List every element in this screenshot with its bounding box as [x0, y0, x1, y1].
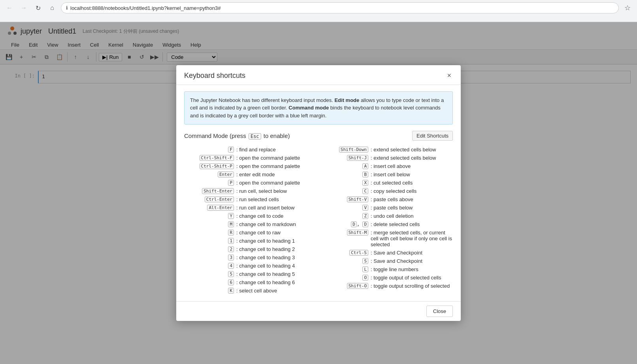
shortcut-desc: : extend selected cells below — [370, 147, 453, 153]
shortcut-item: B: insert cell below — [318, 170, 453, 179]
shortcut-keys: Z — [318, 213, 370, 219]
key-badge: Shift-Down — [339, 147, 368, 153]
shortcut-item: Shift-M: merge selected cells, or curren… — [318, 228, 453, 249]
forward-button[interactable]: → — [18, 2, 29, 13]
back-button[interactable]: ← — [4, 2, 15, 13]
key-separator: , — [357, 221, 362, 227]
shortcut-desc: : run selected cells — [236, 196, 318, 202]
shortcut-item: R: change cell to raw — [184, 228, 318, 237]
section-title-suffix: to enable) — [264, 132, 290, 139]
shortcut-item: Y: change cell to code — [184, 212, 318, 220]
key-badge: Ctrl-Enter — [205, 196, 234, 202]
key-badge: Z — [362, 213, 368, 219]
shortcut-item: Enter: enter edit mode — [184, 170, 318, 179]
shortcuts-right-column: Shift-Down: extend selected cells belowS… — [318, 145, 453, 295]
shortcut-keys: 1 — [184, 238, 236, 244]
shortcut-keys: M — [184, 221, 236, 227]
key-badge: Ctrl-Shift-P — [200, 163, 234, 169]
shortcut-keys: Ctrl-Shift-P — [184, 163, 236, 169]
lock-icon: ℹ — [66, 5, 68, 11]
key-badge: 4 — [228, 263, 234, 269]
modal-close-button[interactable]: × — [445, 72, 453, 80]
key-badge: Y — [228, 213, 234, 219]
url-text: localhost:8888/notebooks/Untitled1.ipynb… — [70, 5, 221, 11]
shortcut-desc: : find and replace — [236, 147, 318, 153]
shortcut-item: 5: change cell to heading 5 — [184, 270, 318, 278]
shortcut-desc: : change cell to raw — [236, 230, 318, 236]
shortcut-item: P: open the command palette — [184, 179, 318, 187]
key-badge: Alt-Enter — [207, 205, 234, 211]
key-badge: Shift-M — [347, 230, 368, 236]
shortcut-keys: Shift-O — [318, 283, 370, 289]
jupyter-background: jupyter Untitled1 Last Checkpoint: 1 分钟前… — [0, 22, 637, 364]
shortcut-desc: : select cell above — [236, 288, 318, 294]
shortcuts-left-column: F: find and replaceCtrl-Shift-F: open th… — [184, 145, 318, 295]
shortcut-item: Shift-V: paste cells above — [318, 195, 453, 204]
bookmark-button[interactable]: ☆ — [622, 2, 633, 13]
shortcut-item: Shift-J: extend selected cells below — [318, 154, 453, 162]
shortcut-item: Z: undo cell deletion — [318, 212, 453, 220]
shortcut-keys: P — [184, 180, 236, 186]
key-badge: M — [228, 221, 234, 227]
shortcut-desc: : extend selected cells below — [370, 155, 453, 161]
esc-key-badge: Esc — [249, 133, 261, 140]
modal-header: Keyboard shortcuts × — [176, 65, 461, 85]
edit-shortcuts-button[interactable]: Edit Shortcuts — [412, 131, 453, 141]
close-button[interactable]: Close — [426, 306, 453, 317]
key-badge: 6 — [228, 279, 234, 285]
info-bold-1: Edit mode — [334, 97, 359, 103]
shortcut-desc: : change cell to code — [236, 213, 318, 219]
shortcut-item: A: insert cell above — [318, 162, 453, 170]
shortcut-keys: 4 — [184, 263, 236, 269]
key-badge: Enter — [218, 172, 234, 177]
shortcut-desc: : Save and Checkpoint — [370, 258, 453, 264]
info-text-1: The Jupyter Notebook has two different k… — [190, 97, 334, 103]
shortcut-desc: : change cell to heading 2 — [236, 246, 318, 252]
shortcut-item: C: copy selected cells — [318, 187, 453, 195]
section-title: Command Mode (press Esc to enable) — [184, 132, 290, 140]
reload-button[interactable]: ↻ — [32, 2, 43, 13]
key-badge: Ctrl-Shift-F — [200, 155, 234, 161]
key-badge: O — [362, 275, 368, 281]
address-bar[interactable]: ℹ localhost:8888/notebooks/Untitled1.ipy… — [61, 2, 619, 13]
shortcut-item: Shift-Enter: run cell, select below — [184, 187, 318, 195]
modal-body[interactable]: The Jupyter Notebook has two different k… — [176, 85, 461, 302]
shortcut-keys: Ctrl-Shift-F — [184, 155, 236, 161]
shortcut-desc: : insert cell below — [370, 172, 453, 177]
key-badge: Shift-Enter — [202, 188, 234, 194]
shortcut-keys: Enter — [184, 172, 236, 177]
shortcut-keys: Ctrl-S — [318, 250, 370, 256]
shortcut-item: S: Save and Checkpoint — [318, 257, 453, 265]
shortcut-item: Shift-O: toggle output scrolling of sele… — [318, 282, 453, 290]
key-badge: 2 — [228, 246, 234, 252]
shortcut-item: X: cut selected cells — [318, 179, 453, 187]
shortcut-keys: Shift-V — [318, 196, 370, 202]
key-badge: C — [362, 188, 368, 194]
shortcut-keys: Shift-Down — [318, 147, 370, 153]
info-box: The Jupyter Notebook has two different k… — [184, 91, 453, 125]
shortcut-desc: : change cell to markdown — [236, 221, 318, 227]
shortcut-desc: : change cell to heading 1 — [236, 238, 318, 244]
shortcut-keys: R — [184, 230, 236, 236]
shortcut-keys: 3 — [184, 255, 236, 260]
key-badge: K — [228, 288, 234, 294]
shortcut-item: Ctrl-S: Save and Checkpoint — [318, 249, 453, 257]
modal-title: Keyboard shortcuts — [184, 72, 245, 80]
shortcut-desc: : run cell and insert below — [236, 205, 318, 211]
key-badge: 1 — [228, 238, 234, 244]
shortcut-desc: : open the command palette — [236, 155, 318, 161]
home-button[interactable]: ⌂ — [47, 2, 58, 13]
shortcut-item: 1: change cell to heading 1 — [184, 237, 318, 245]
shortcut-keys: O — [318, 275, 370, 281]
shortcut-item: Ctrl-Shift-P: open the command palette — [184, 162, 318, 170]
shortcut-keys: Alt-Enter — [184, 205, 236, 211]
shortcut-desc: : toggle output scrolling of selected — [370, 283, 453, 289]
shortcut-item: 2: change cell to heading 2 — [184, 245, 318, 253]
shortcut-desc: : paste cells below — [370, 205, 453, 211]
browser-chrome: ← → ↻ ⌂ ℹ localhost:8888/notebooks/Untit… — [0, 0, 637, 22]
shortcut-desc: : toggle output of selected cells — [370, 275, 453, 281]
key-badge: L — [362, 266, 368, 272]
shortcut-desc: : undo cell deletion — [370, 213, 453, 219]
key-badge: Shift-V — [347, 196, 368, 202]
key-badge: P — [228, 180, 234, 186]
